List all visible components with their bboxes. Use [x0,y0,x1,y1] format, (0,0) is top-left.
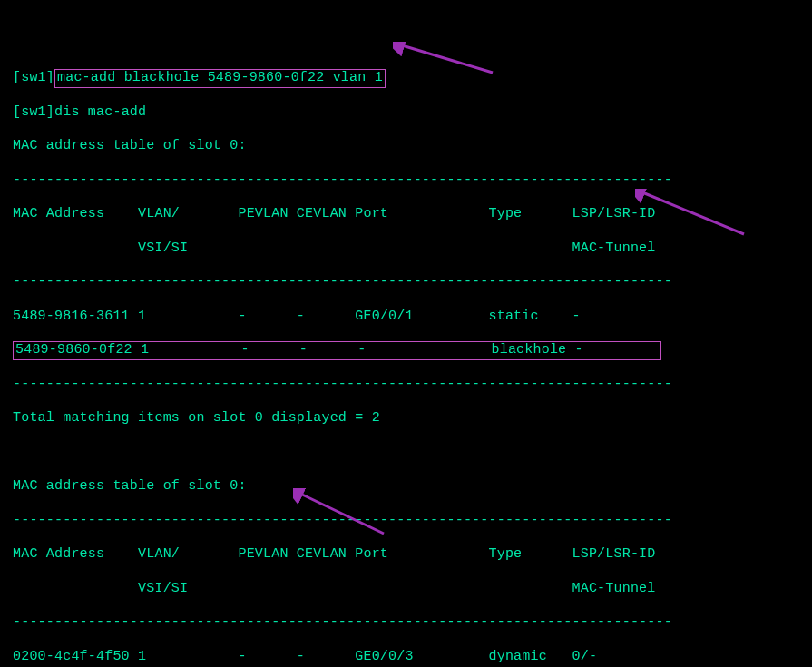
divider: ----------------------------------------… [13,377,799,394]
highlight-box-cmd: mac-add blackhole 5489-9860-0f22 vlan 1 [54,69,386,88]
table-header-1: MAC Address VLAN/ PEVLAN CEVLAN Port Typ… [13,546,799,564]
total-line: Total matching items on slot 0 displayed… [13,410,799,427]
table-row-highlight-wrap: 5489-9860-0f22 1 - - - blackhole - [13,342,799,359]
svg-line-0 [402,45,493,73]
highlight-box-row: 5489-9860-0f22 1 - - - blackhole - [13,341,661,360]
cmd-text: dis mac-add [54,104,146,120]
table-row: 0200-4c4f-4f50 1 - - GE0/0/3 dynamic 0/- [13,649,799,666]
table-title: MAC address table of slot 0: [13,138,799,155]
table-header-1: MAC Address VLAN/ PEVLAN CEVLAN Port Typ… [13,206,799,223]
table-header-2: VSI/SI MAC-Tunnel [13,240,799,258]
blank [13,445,799,462]
divider: ----------------------------------------… [13,172,799,190]
prompt: [sw1] [13,104,54,120]
divider: ----------------------------------------… [13,614,799,632]
table-header-2: VSI/SI MAC-Tunnel [13,581,799,598]
cmd-line-1: [sw1]mac-add blackhole 5489-9860-0f22 vl… [13,70,799,87]
table-row: 5489-9816-3611 1 - - GE0/0/1 static - [13,309,799,326]
table-title: MAC address table of slot 0: [13,478,799,495]
divider: ----------------------------------------… [13,513,799,530]
divider: ----------------------------------------… [13,274,799,291]
annotation-arrow-icon [293,454,393,559]
prompt: [sw1] [13,70,54,85]
cmd-line-2: [sw1]dis mac-add [13,104,799,122]
